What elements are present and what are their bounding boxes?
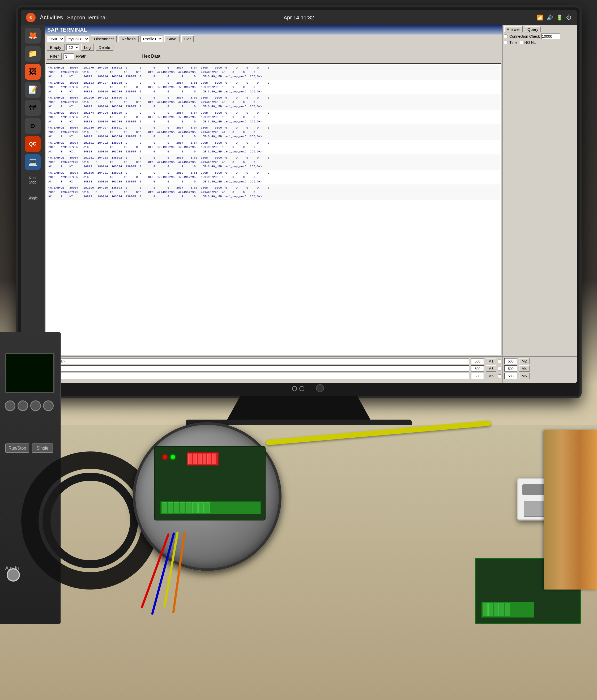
sap-title: SAP TERMINAL xyxy=(47,27,87,33)
filter-value-input[interactable] xyxy=(64,53,74,59)
filter-button[interactable]: Filter xyxy=(47,53,62,60)
sensor-led-green xyxy=(171,455,175,459)
data-row: <A.SAMPLE 35004 181690 104210 138393 0 0… xyxy=(47,185,500,200)
sidebar-icon-notes[interactable]: 📝 xyxy=(25,82,41,98)
volume-icon: 🔊 xyxy=(547,14,553,21)
sidebar-icon-maps[interactable]: 🗺 xyxy=(25,100,41,116)
br-cmd-row-1: M2 xyxy=(504,358,576,364)
board-connector xyxy=(481,602,534,618)
cmd-row-1: M1 xyxy=(46,358,501,364)
baud-rate-select[interactable]: 9600 xyxy=(47,35,64,42)
data-row: <A.SAMPLE 35004 181686 104221 138393 0 0… xyxy=(47,170,500,185)
save-button[interactable]: Save xyxy=(164,35,179,42)
connection-check-label: Connection Check xyxy=(509,34,540,39)
log-button[interactable]: Log xyxy=(81,44,94,51)
answer-label: Answer xyxy=(504,26,523,32)
sensor-dip-switches xyxy=(187,452,219,466)
books-stack xyxy=(544,430,597,590)
m4-button[interactable]: M4 xyxy=(519,366,529,372)
toolbar-1: 9600 ttyUSB1 Disconnect Refresh Profile1… xyxy=(45,34,502,43)
power-icon: ⏻ xyxy=(566,14,572,21)
cable-coil-inner xyxy=(43,473,138,568)
sensor-housing xyxy=(133,422,281,571)
data-row: <A.SAMPLE 35004 181674 104204 138389 0 0… xyxy=(47,110,500,125)
connection-value-input[interactable] xyxy=(541,33,560,39)
topbar-time: Apr 14 11:32 xyxy=(283,15,314,21)
time-label: Time xyxy=(509,40,518,45)
sap-window: SAP TERMINAL Answer Query Connection Che… xyxy=(45,25,577,383)
osc-controls xyxy=(3,398,58,413)
query-label: Query xyxy=(525,26,541,32)
hex-data-label: Hex Data xyxy=(142,54,160,59)
network-icon: 📶 xyxy=(537,14,543,21)
cmd-input-2[interactable] xyxy=(46,366,469,372)
connection-check-checkbox[interactable] xyxy=(504,34,508,38)
monitor-frame: ⊙ Activities Sapcon Terminal Apr 14 11:3… xyxy=(16,5,581,398)
monitor-brand-label: OC xyxy=(292,384,306,393)
no-nl-label: NO NL xyxy=(524,40,536,45)
monitor-power-button[interactable] xyxy=(316,384,324,392)
cmd-size-1[interactable] xyxy=(471,358,484,364)
disconnect-button[interactable]: Disconnect xyxy=(91,35,117,42)
time-checkbox[interactable] xyxy=(504,41,508,44)
sidebar-icon-terminal[interactable]: 💻 xyxy=(25,154,41,170)
filter-row: Filter FPath: Hex Data xyxy=(45,51,502,61)
sidebar-icon-files[interactable]: 📁 xyxy=(25,46,41,61)
br-cmd-row-3: M6 xyxy=(504,373,576,379)
toolbar-2: Empty 12 Log Delete xyxy=(45,43,502,52)
profile-select[interactable]: Profile1 xyxy=(141,35,163,42)
monitor-screen: ⊙ Activities Sapcon Terminal Apr 14 11:3… xyxy=(21,10,577,383)
m2-button[interactable]: M2 xyxy=(519,358,529,364)
cmd-size-3[interactable] xyxy=(471,373,484,379)
ubuntu-logo-icon[interactable]: ⊙ xyxy=(26,13,35,22)
sidebar-icon-firefox[interactable]: 🦊 xyxy=(25,28,41,44)
data-row: <A.SAMPLE 35005 181683 104207 138388 0 0… xyxy=(47,80,500,95)
osc-screen xyxy=(5,353,54,393)
m3-button[interactable]: M3 xyxy=(486,366,496,372)
data-display-area[interactable]: <A.SAMPLE 35004 181679 104205 138392 0 0… xyxy=(46,63,501,355)
br-cmd-row-2: M4 xyxy=(504,366,576,372)
get-button[interactable]: Get xyxy=(181,35,194,42)
port-select[interactable]: ttyUSB1 xyxy=(66,35,89,42)
m1-button[interactable]: M1 xyxy=(486,358,496,364)
data-row: <A.SAMPLE 35004 181679 104205 138392 0 0… xyxy=(47,65,500,80)
topbar-left: ⊙ Activities Sapcon Terminal xyxy=(26,13,106,22)
sidebar-icon-photos[interactable]: 🖼 xyxy=(25,64,41,80)
ubuntu-sidebar: 🦊 📁 🖼 📝 🗺 ⚙ QC 💻 RunStop Single xyxy=(21,25,45,383)
num-select[interactable]: 12 xyxy=(66,44,79,50)
sidebar-icon-runstop[interactable]: RunStop xyxy=(25,172,41,188)
cmd-size-2[interactable] xyxy=(471,366,484,372)
osc-runstop-btn[interactable]: Run/Stop xyxy=(5,444,29,453)
m6-button[interactable]: M6 xyxy=(519,373,529,379)
m5-checkbox[interactable] xyxy=(498,374,501,378)
sidebar-icon-single[interactable]: Single xyxy=(25,190,41,206)
sensor-terminals xyxy=(160,501,261,515)
empty-button[interactable]: Empty xyxy=(47,44,65,51)
m1-checkbox[interactable] xyxy=(498,359,501,363)
delete-button[interactable]: Delete xyxy=(96,44,114,51)
sidebar-icon-settings[interactable]: ⚙ xyxy=(25,118,41,134)
bottom-right-commands: M2 M4 M6 xyxy=(502,356,577,383)
sap-titlebar: SAP TERMINAL xyxy=(45,25,577,34)
cmd-row-3: M5 xyxy=(46,373,501,379)
no-nl-checkbox[interactable] xyxy=(519,41,523,44)
sensor-led-red xyxy=(163,455,167,459)
osc-aux-connector xyxy=(7,568,20,581)
monitor-stand xyxy=(226,396,372,422)
refresh-button[interactable]: Refresh xyxy=(119,35,139,42)
activities-label[interactable]: Activities xyxy=(40,14,63,21)
data-row: <A.SAMPLE 35004 181699 104212 138390 0 0… xyxy=(47,95,500,110)
br-size-3[interactable] xyxy=(504,373,517,379)
osc-single-btn[interactable]: Single xyxy=(32,444,53,453)
m3-checkbox[interactable] xyxy=(498,367,501,371)
br-size-1[interactable] xyxy=(504,358,517,364)
cmd-input-1[interactable] xyxy=(46,358,469,364)
cmd-input-3[interactable] xyxy=(46,373,469,379)
main-content: SAP TERMINAL Answer Query Connection Che… xyxy=(45,25,577,383)
m5-button[interactable]: M5 xyxy=(486,373,496,379)
br-size-2[interactable] xyxy=(504,366,517,372)
sidebar-icon-qc[interactable]: QC xyxy=(25,136,41,152)
bottom-command-area: M1 M3 M5 xyxy=(45,356,502,383)
app-menu[interactable]: Sapcon Terminal xyxy=(67,15,107,21)
data-row: <A.SAMPLE 35004 181680 104207 138391 0 0… xyxy=(47,125,500,140)
